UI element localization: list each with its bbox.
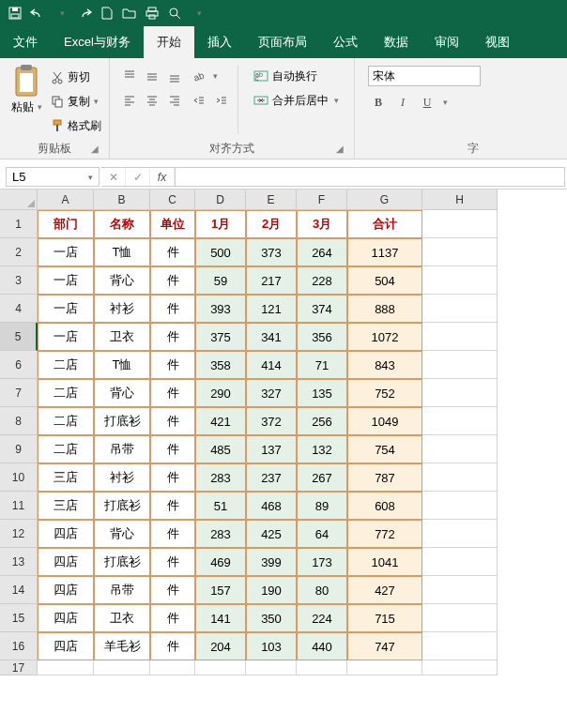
insert-function-button[interactable]: fx bbox=[150, 168, 175, 186]
cell[interactable]: T恤 bbox=[94, 238, 150, 266]
cell[interactable]: 421 bbox=[195, 407, 246, 435]
cell[interactable] bbox=[422, 632, 498, 660]
increase-indent-button[interactable] bbox=[211, 90, 232, 111]
row-header[interactable]: 3 bbox=[0, 266, 38, 295]
redo-icon[interactable] bbox=[73, 2, 96, 24]
new-file-icon[interactable] bbox=[96, 2, 118, 24]
enter-formula-button[interactable]: ✓ bbox=[126, 168, 150, 186]
cell[interactable]: 件 bbox=[150, 379, 195, 407]
cut-button[interactable]: 剪切 bbox=[51, 68, 101, 88]
cell[interactable]: 打底衫 bbox=[94, 492, 150, 520]
cell[interactable] bbox=[150, 660, 195, 675]
row-header[interactable]: 7 bbox=[0, 379, 38, 407]
cell[interactable]: 264 bbox=[297, 238, 347, 266]
cell[interactable]: 504 bbox=[347, 266, 422, 295]
cell[interactable]: 89 bbox=[297, 492, 347, 520]
cell[interactable]: 356 bbox=[297, 323, 347, 351]
cell[interactable]: 132 bbox=[297, 435, 347, 463]
cell[interactable] bbox=[422, 520, 498, 548]
cell[interactable]: 背心 bbox=[94, 379, 150, 407]
format-painter-button[interactable]: 格式刷 bbox=[51, 115, 101, 136]
cell[interactable]: 399 bbox=[246, 548, 297, 576]
cell[interactable]: 羊毛衫 bbox=[94, 632, 150, 660]
cell[interactable]: 468 bbox=[246, 492, 297, 520]
align-middle-button[interactable] bbox=[142, 66, 162, 86]
bold-button[interactable]: B bbox=[368, 92, 389, 113]
cell[interactable]: 衬衫 bbox=[94, 295, 150, 323]
cell[interactable]: 一店 bbox=[38, 323, 94, 351]
cell[interactable] bbox=[94, 660, 150, 675]
underline-button[interactable]: U bbox=[417, 92, 437, 113]
cell[interactable]: 121 bbox=[246, 295, 297, 323]
name-box[interactable]: L5▾ bbox=[6, 167, 100, 187]
cell[interactable]: 三店 bbox=[38, 463, 94, 492]
cell[interactable] bbox=[422, 435, 498, 463]
cell[interactable]: 件 bbox=[150, 407, 195, 435]
cell[interactable] bbox=[422, 266, 498, 295]
row-header[interactable]: 16 bbox=[0, 632, 38, 660]
row-header[interactable]: 10 bbox=[0, 463, 38, 492]
cell[interactable]: 打底衫 bbox=[94, 548, 150, 576]
cell[interactable]: 217 bbox=[246, 266, 297, 295]
cell[interactable]: 一店 bbox=[38, 295, 94, 323]
dialog-launcher-icon[interactable]: ◢ bbox=[88, 144, 101, 157]
cell[interactable]: 衬衫 bbox=[94, 463, 150, 492]
row-header[interactable]: 12 bbox=[0, 520, 38, 548]
cell[interactable]: 件 bbox=[150, 604, 195, 632]
row-header[interactable]: 2 bbox=[0, 238, 38, 266]
row-header[interactable]: 1 bbox=[0, 210, 38, 238]
save-icon[interactable] bbox=[4, 2, 26, 24]
cell[interactable]: 件 bbox=[150, 576, 195, 604]
cell[interactable]: 件 bbox=[150, 295, 195, 323]
cell[interactable]: 件 bbox=[150, 463, 195, 492]
formula-bar[interactable] bbox=[176, 167, 565, 187]
cell[interactable] bbox=[422, 351, 498, 379]
cell[interactable]: 327 bbox=[246, 379, 297, 407]
column-header[interactable]: H bbox=[422, 190, 498, 210]
tab-5[interactable]: 公式 bbox=[320, 26, 371, 58]
cell[interactable]: 137 bbox=[246, 435, 297, 463]
cell[interactable] bbox=[422, 660, 498, 675]
cell[interactable]: 四店 bbox=[38, 632, 94, 660]
column-header[interactable]: G bbox=[347, 190, 422, 210]
cancel-formula-button[interactable]: ✕ bbox=[101, 168, 126, 186]
tab-1[interactable]: Excel与财务 bbox=[51, 26, 144, 58]
row-header[interactable]: 13 bbox=[0, 548, 38, 576]
paste-button[interactable]: 粘贴▾ bbox=[8, 62, 45, 116]
cell[interactable]: 背心 bbox=[94, 266, 150, 295]
qat-customize-dropdown[interactable]: ▾ bbox=[188, 2, 210, 24]
worksheet-grid[interactable]: 1234567891011121314151617 ABCDEFGH 部门名称单… bbox=[0, 190, 567, 675]
cell[interactable]: 2月 bbox=[246, 210, 297, 238]
cell[interactable]: 752 bbox=[347, 379, 422, 407]
tab-0[interactable]: 文件 bbox=[0, 26, 51, 58]
undo-dropdown[interactable]: ▾ bbox=[51, 2, 73, 24]
cell[interactable] bbox=[38, 660, 94, 675]
print-preview-icon[interactable] bbox=[163, 2, 186, 24]
cell[interactable]: T恤 bbox=[94, 351, 150, 379]
cell[interactable]: 290 bbox=[195, 379, 246, 407]
cell[interactable]: 单位 bbox=[150, 210, 195, 238]
print-icon[interactable] bbox=[141, 2, 163, 24]
cell[interactable]: 背心 bbox=[94, 520, 150, 548]
align-right-button[interactable] bbox=[164, 90, 185, 111]
cell[interactable] bbox=[422, 210, 498, 238]
cell[interactable]: 237 bbox=[246, 463, 297, 492]
cell[interactable]: 四店 bbox=[38, 604, 94, 632]
cell[interactable] bbox=[422, 492, 498, 520]
cell[interactable]: 440 bbox=[297, 632, 347, 660]
cell[interactable]: 部门 bbox=[38, 210, 94, 238]
cell[interactable]: 1072 bbox=[347, 323, 422, 351]
cell[interactable]: 64 bbox=[297, 520, 347, 548]
cell[interactable]: 888 bbox=[347, 295, 422, 323]
align-center-button[interactable] bbox=[142, 90, 162, 111]
cell[interactable]: 341 bbox=[246, 323, 297, 351]
tab-8[interactable]: 视图 bbox=[472, 26, 523, 58]
cell[interactable] bbox=[422, 295, 498, 323]
cell[interactable] bbox=[246, 660, 297, 675]
cell[interactable]: 103 bbox=[246, 632, 297, 660]
cell[interactable]: 3月 bbox=[297, 210, 347, 238]
select-all-corner[interactable] bbox=[0, 190, 38, 210]
cell[interactable]: 1月 bbox=[195, 210, 246, 238]
cell[interactable]: 141 bbox=[195, 604, 246, 632]
align-left-button[interactable] bbox=[119, 90, 140, 111]
